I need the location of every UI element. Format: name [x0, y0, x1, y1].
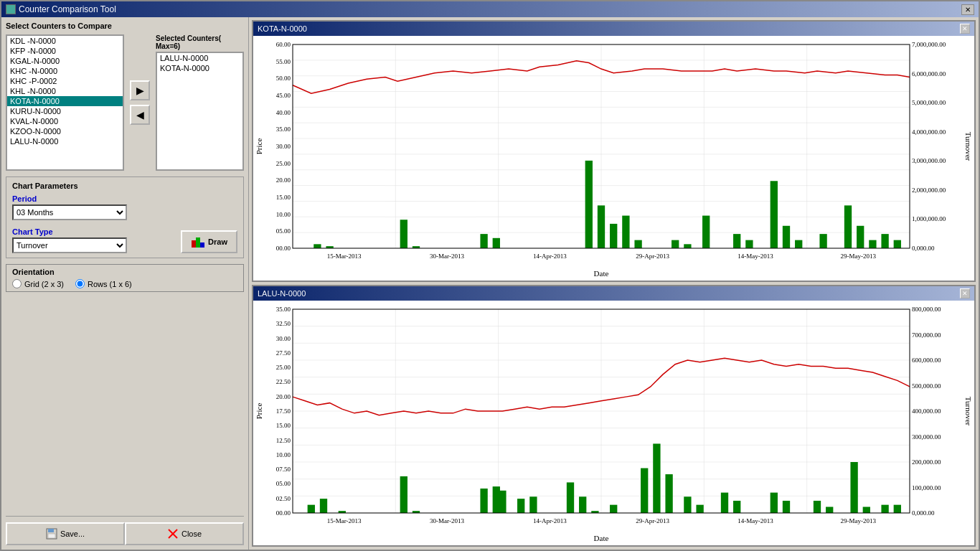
rows-radio-option[interactable]: Rows (1 x 6) [75, 279, 132, 288]
svg-rect-4 [48, 529, 54, 532]
arrow-buttons-panel: ▶ ◀ [127, 34, 153, 171]
list-item[interactable]: KURU-N-0000 [7, 106, 123, 116]
lalu-chart-canvas [253, 301, 974, 545]
chart-title-lalu: LALU-N-0000 [258, 289, 306, 298]
add-counter-button[interactable]: ▶ [130, 80, 150, 100]
list-item[interactable]: KHL -N-0000 [7, 86, 123, 96]
list-item[interactable]: KDL -N-0000 [7, 36, 123, 46]
counters-row: KDL -N-0000KFP -N-0000KGAL-N-0000KHC -N-… [6, 34, 244, 171]
left-panel: Select Counters to Compare KDL -N-0000KF… [1, 17, 249, 550]
params-title: Chart Parameters [12, 182, 237, 190]
selected-list-item[interactable]: LALU-N-0000 [157, 53, 242, 63]
save-button[interactable]: Save... [6, 522, 125, 545]
svg-rect-5 [48, 534, 55, 538]
orientation-title: Orientation [12, 268, 237, 276]
chart-type-label: Chart Type [12, 227, 174, 236]
list-item[interactable]: KFP -N-0000 [7, 46, 123, 56]
chart-title-bar-kota: KOTA-N-0000 ✕ [253, 22, 974, 36]
period-label: Period [12, 194, 237, 203]
list-item[interactable]: KGAL-N-0000 [7, 56, 123, 66]
chart-window-lalu: LALU-N-0000 ✕ [252, 285, 976, 547]
svg-rect-2 [200, 242, 204, 248]
window-title: Counter Comparison Tool [19, 4, 116, 14]
rows-label: Rows (1 x 6) [88, 280, 132, 288]
grid-radio-option[interactable]: Grid (2 x 3) [12, 279, 64, 288]
grid-label: Grid (2 x 3) [24, 280, 64, 288]
list-item[interactable]: KOTA-N-0000 [7, 96, 123, 106]
remove-counter-button[interactable]: ◀ [130, 105, 150, 125]
draw-button[interactable]: Draw [181, 230, 237, 253]
title-bar: Counter Comparison Tool ✕ [1, 1, 979, 17]
chart-close-kota[interactable]: ✕ [960, 24, 970, 34]
list-item[interactable]: KVAL-N-0000 [7, 116, 123, 126]
selected-counters-listbox[interactable]: LALU-N-0000KOTA-N-0000 [156, 52, 244, 171]
kota-chart-canvas [253, 36, 974, 281]
select-counters-label: Select Counters to Compare [6, 22, 244, 30]
chart-body-lalu [253, 301, 974, 545]
rows-radio[interactable] [75, 279, 85, 288]
selected-counters-label: Selected Counters( Max=6) [156, 34, 244, 50]
window-close-button[interactable]: ✕ [961, 4, 974, 15]
list-item[interactable]: KZOO-N-0000 [7, 126, 123, 136]
right-panel: KOTA-N-0000 ✕ LALU-N-0000 ✕ [249, 17, 979, 550]
app-icon [6, 4, 16, 14]
grid-radio[interactable] [12, 279, 22, 288]
svg-rect-1 [196, 237, 200, 248]
selected-list-item[interactable]: KOTA-N-0000 [157, 63, 242, 73]
list-item[interactable]: KHC -N-0000 [7, 66, 123, 76]
list-item[interactable]: LALU-N-0000 [7, 136, 123, 146]
draw-label: Draw [208, 237, 227, 246]
bottom-buttons: Save... Close [6, 516, 244, 545]
close-button[interactable]: Close [125, 522, 244, 545]
counters-listbox[interactable]: KDL -N-0000KFP -N-0000KGAL-N-0000KHC -N-… [6, 34, 124, 171]
period-select[interactable]: 01 Month03 Months06 Months12 Months [12, 204, 127, 220]
chart-title-kota: KOTA-N-0000 [258, 24, 307, 33]
save-icon [46, 528, 57, 540]
chart-body-kota [253, 36, 974, 281]
svg-rect-0 [192, 240, 196, 248]
chart-window-kota: KOTA-N-0000 ✕ [252, 20, 976, 282]
list-item[interactable]: KHC -P-0002 [7, 76, 123, 86]
chart-title-bar-lalu: LALU-N-0000 ✕ [253, 286, 974, 301]
draw-icon [191, 235, 205, 249]
chart-type-select[interactable]: PriceTurnoverVolume [12, 237, 127, 253]
close-icon [167, 528, 179, 540]
chart-parameters-box: Chart Parameters Period 01 Month03 Month… [6, 176, 244, 258]
save-label: Save... [60, 529, 85, 538]
close-label: Close [182, 529, 202, 538]
chart-close-lalu[interactable]: ✕ [960, 288, 970, 298]
orientation-box: Orientation Grid (2 x 3) Rows (1 x 6) [6, 264, 244, 292]
main-window: Counter Comparison Tool ✕ Select Counter… [0, 0, 980, 551]
